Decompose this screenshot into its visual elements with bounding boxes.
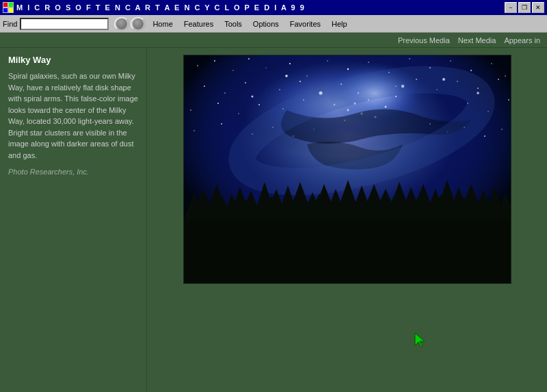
svg-point-14: [306, 75, 308, 77]
menu-bar: Find Home Features Tools Options Favorit…: [0, 15, 547, 33]
svg-rect-1: [9, 3, 13, 7]
svg-point-10: [232, 70, 233, 70]
svg-point-12: [265, 67, 266, 68]
svg-rect-0: [3, 3, 8, 7]
svg-point-46: [508, 99, 509, 101]
next-media-button[interactable]: Next Media: [454, 35, 501, 46]
svg-point-29: [299, 81, 301, 82]
svg-point-15: [327, 60, 328, 61]
appears-in-button[interactable]: Appears in: [500, 35, 544, 46]
title-bar: M I C R O S O F T E N C A R T A E N C Y …: [0, 0, 547, 15]
svg-point-22: [470, 70, 472, 71]
milky-way-svg: [184, 55, 511, 284]
main-content: Milky Way Spiral galaxies, such as our o…: [0, 48, 547, 392]
svg-point-16: [347, 68, 348, 70]
svg-point-66: [484, 135, 485, 137]
menu-favorites[interactable]: Favorites: [284, 18, 326, 30]
title-bar-left: M I C R O S O F T E N C A R T A E N C Y …: [3, 2, 306, 13]
previous-media-button[interactable]: Previous Media: [394, 35, 454, 46]
back-icon: [116, 18, 127, 29]
restore-button[interactable]: ❐: [518, 2, 531, 13]
menu-options[interactable]: Options: [248, 18, 284, 30]
article-body: Spiral galaxies, such as our own Milky W…: [8, 70, 138, 161]
svg-point-72: [251, 96, 253, 98]
forward-icon: [133, 18, 144, 29]
svg-point-37: [498, 79, 499, 80]
svg-point-58: [221, 123, 222, 125]
svg-point-53: [384, 106, 386, 108]
content-toolbar: Previous Media Next Media Appears in: [0, 33, 547, 48]
svg-point-51: [347, 109, 349, 112]
close-button[interactable]: ✕: [532, 2, 544, 13]
menu-home[interactable]: Home: [147, 18, 178, 30]
svg-rect-2: [3, 8, 8, 12]
svg-rect-75: [184, 220, 511, 284]
svg-point-26: [224, 92, 225, 93]
photo-credit: Photo Researchers, Inc.: [8, 168, 138, 176]
menu-tools[interactable]: Tools: [219, 18, 248, 30]
menu-help[interactable]: Help: [326, 18, 353, 30]
svg-point-23: [491, 63, 492, 64]
svg-point-27: [245, 82, 246, 83]
svg-point-19: [409, 58, 410, 59]
minimize-button[interactable]: −: [505, 2, 517, 13]
forward-button[interactable]: [131, 17, 146, 31]
svg-point-70: [285, 75, 288, 77]
find-label: Find: [3, 20, 17, 28]
app-icon: [3, 2, 14, 13]
milky-way-image: [183, 55, 511, 284]
right-panel: [147, 48, 547, 392]
svg-point-39: [217, 103, 219, 104]
svg-point-28: [279, 89, 280, 90]
svg-point-11: [248, 58, 250, 60]
svg-point-41: [258, 104, 260, 105]
app-title: M I C R O S O F T E N C A R T A E N C Y …: [16, 3, 306, 12]
svg-point-40: [238, 113, 239, 114]
svg-point-38: [190, 109, 191, 111]
back-button[interactable]: [114, 17, 129, 31]
svg-point-55: [395, 96, 396, 97]
svg-point-21: [450, 60, 451, 62]
svg-point-25: [204, 86, 205, 87]
svg-point-9: [214, 60, 215, 62]
svg-point-67: [501, 129, 503, 130]
find-input[interactable]: [20, 18, 109, 30]
left-panel: Milky Way Spiral galaxies, such as our o…: [0, 48, 147, 392]
svg-point-24: [505, 75, 506, 77]
svg-point-57: [194, 130, 195, 131]
article-title: Milky Way: [8, 55, 138, 65]
svg-point-8: [197, 65, 198, 66]
menu-features[interactable]: Features: [178, 18, 219, 30]
svg-rect-3: [9, 8, 13, 12]
svg-point-17: [368, 62, 369, 63]
title-bar-controls: − ❐ ✕: [505, 2, 544, 13]
svg-point-13: [289, 63, 290, 64]
